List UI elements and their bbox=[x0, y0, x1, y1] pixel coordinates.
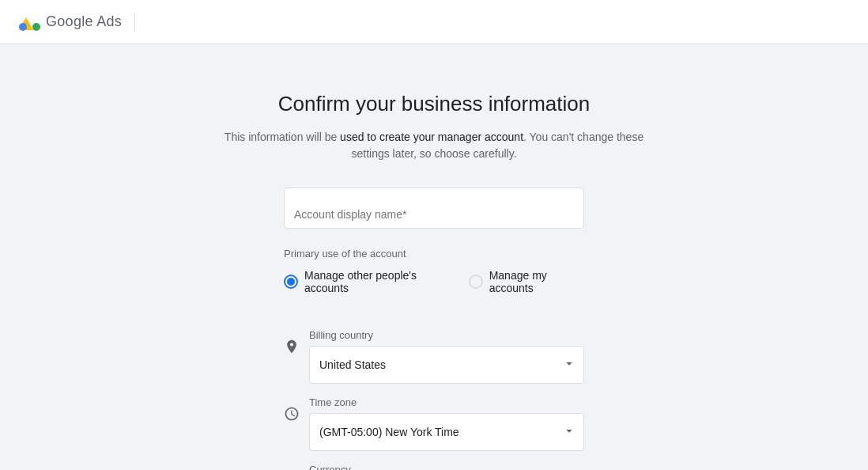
header: Google Ads bbox=[0, 0, 868, 44]
google-ads-icon bbox=[19, 11, 41, 33]
svg-point-1 bbox=[32, 23, 40, 31]
radio-manage-others-input[interactable] bbox=[284, 275, 298, 289]
subtitle-bold: used to create your manager account bbox=[340, 131, 523, 143]
time-zone-section: Time zone (GMT-05:00) New York Time (GMT… bbox=[284, 396, 584, 451]
currency-section: Currency US Dollar (USD $) Euro (EUR €) … bbox=[284, 464, 584, 470]
form-container: Primary use of the account Manage other … bbox=[284, 188, 584, 470]
radio-group: Manage other people's accounts Manage my… bbox=[284, 269, 584, 294]
radio-manage-others-label: Manage other people's accounts bbox=[304, 269, 450, 294]
currency-label: Currency bbox=[309, 464, 584, 470]
radio-manage-mine[interactable]: Manage my accounts bbox=[469, 269, 584, 294]
currency-content: Currency US Dollar (USD $) Euro (EUR €) … bbox=[309, 464, 584, 470]
billing-country-label: Billing country bbox=[309, 329, 584, 341]
subtitle-part1: This information will be bbox=[225, 131, 340, 143]
primary-use-label: Primary use of the account bbox=[284, 248, 584, 260]
billing-country-select[interactable]: United States United Kingdom Canada Aust… bbox=[309, 346, 584, 384]
time-zone-label: Time zone bbox=[309, 396, 584, 408]
billing-country-icon bbox=[284, 339, 300, 357]
page-subtitle: This information will be used to create … bbox=[213, 129, 655, 162]
billing-country-section: Billing country United States United Kin… bbox=[284, 329, 584, 384]
radio-manage-mine-label: Manage my accounts bbox=[489, 269, 584, 294]
account-name-input[interactable] bbox=[284, 188, 584, 229]
time-zone-select-wrapper: (GMT-05:00) New York Time (GMT-08:00) Lo… bbox=[309, 413, 584, 451]
header-divider bbox=[134, 13, 135, 32]
time-zone-icon bbox=[284, 406, 300, 424]
account-name-wrapper bbox=[284, 188, 584, 229]
google-ads-logo: Google Ads bbox=[19, 11, 122, 33]
time-zone-content: Time zone (GMT-05:00) New York Time (GMT… bbox=[309, 396, 584, 451]
main-content: Confirm your business information This i… bbox=[0, 44, 868, 470]
page-title: Confirm your business information bbox=[278, 92, 591, 116]
radio-manage-others[interactable]: Manage other people's accounts bbox=[284, 269, 450, 294]
billing-country-select-wrapper: United States United Kingdom Canada Aust… bbox=[309, 346, 584, 384]
logo-text: Google Ads bbox=[46, 13, 122, 30]
billing-country-content: Billing country United States United Kin… bbox=[309, 329, 584, 384]
time-zone-select[interactable]: (GMT-05:00) New York Time (GMT-08:00) Lo… bbox=[309, 413, 584, 451]
primary-use-section: Primary use of the account Manage other … bbox=[284, 248, 584, 313]
radio-manage-mine-input[interactable] bbox=[469, 275, 483, 289]
svg-point-2 bbox=[19, 23, 27, 31]
